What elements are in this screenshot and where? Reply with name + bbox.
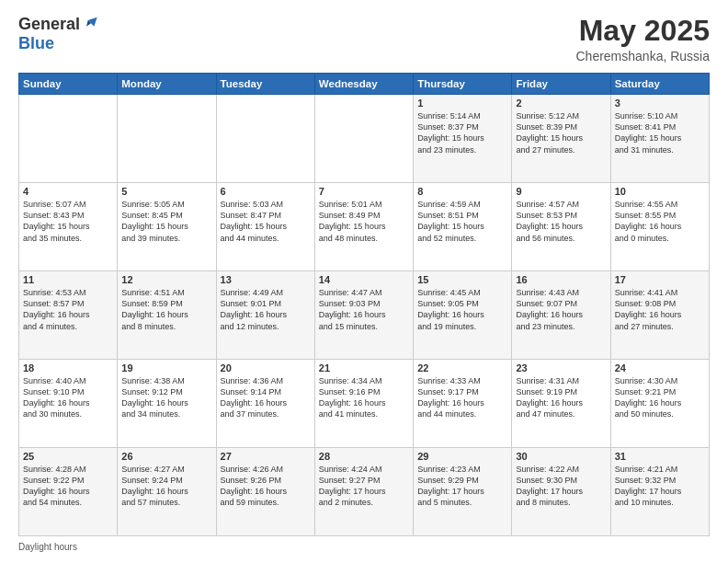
table-row: 25Sunrise: 4:28 AMSunset: 9:22 PMDayligh… (19, 448, 118, 536)
day-info: Sunrise: 4:23 AMSunset: 9:29 PMDaylight:… (417, 464, 507, 509)
day-number: 19 (121, 362, 211, 373)
day-number: 9 (516, 186, 606, 197)
day-info: Sunrise: 5:03 AMSunset: 8:47 PMDaylight:… (221, 199, 311, 244)
day-info: Sunrise: 5:14 AMSunset: 8:37 PMDaylight:… (417, 110, 507, 155)
day-info: Sunrise: 4:34 AMSunset: 9:16 PMDaylight:… (319, 375, 409, 420)
day-number: 24 (615, 362, 705, 373)
calendar-week-row: 18Sunrise: 4:40 AMSunset: 9:10 PMDayligh… (19, 360, 710, 448)
logo-general-text: General (18, 15, 80, 34)
month-year-title: May 2025 (575, 15, 710, 47)
table-row: 9Sunrise: 4:57 AMSunset: 8:53 PMDaylight… (512, 183, 610, 271)
day-info: Sunrise: 4:22 AMSunset: 9:30 PMDaylight:… (516, 464, 606, 509)
header: General Blue May 2025 Cheremshanka, Russ… (18, 15, 710, 63)
calendar-week-row: 4Sunrise: 5:07 AMSunset: 8:43 PMDaylight… (19, 183, 710, 271)
table-row: 31Sunrise: 4:21 AMSunset: 9:32 PMDayligh… (610, 448, 709, 536)
day-info: Sunrise: 4:40 AMSunset: 9:10 PMDaylight:… (23, 375, 113, 420)
day-info: Sunrise: 4:36 AMSunset: 9:14 PMDaylight:… (221, 375, 311, 420)
daylight-hours-label: Daylight hours (18, 542, 77, 552)
day-info: Sunrise: 4:57 AMSunset: 8:53 PMDaylight:… (516, 199, 606, 244)
day-info: Sunrise: 4:47 AMSunset: 9:03 PMDaylight:… (319, 287, 409, 332)
day-number: 25 (23, 451, 113, 462)
day-number: 13 (221, 274, 311, 285)
day-info: Sunrise: 4:30 AMSunset: 9:21 PMDaylight:… (615, 375, 705, 420)
day-number: 15 (417, 274, 507, 285)
day-number: 31 (615, 451, 705, 462)
table-row: 17Sunrise: 4:41 AMSunset: 9:08 PMDayligh… (610, 271, 709, 360)
col-sunday: Sunday (19, 74, 118, 95)
table-row: 27Sunrise: 4:26 AMSunset: 9:26 PMDayligh… (216, 448, 314, 536)
table-row: 14Sunrise: 4:47 AMSunset: 9:03 PMDayligh… (314, 271, 413, 360)
logo-bird-icon (82, 16, 100, 34)
table-row: 23Sunrise: 4:31 AMSunset: 9:19 PMDayligh… (512, 360, 610, 448)
day-number: 14 (319, 274, 409, 285)
logo: General Blue (18, 15, 100, 53)
day-info: Sunrise: 4:43 AMSunset: 9:07 PMDaylight:… (516, 287, 606, 332)
day-info: Sunrise: 4:21 AMSunset: 9:32 PMDaylight:… (615, 464, 705, 509)
location-text: Cheremshanka, Russia (575, 49, 710, 63)
logo-blue-text: Blue (18, 34, 54, 53)
calendar-week-row: 11Sunrise: 4:53 AMSunset: 8:57 PMDayligh… (19, 271, 710, 360)
page: General Blue May 2025 Cheremshanka, Russ… (0, 0, 728, 563)
day-info: Sunrise: 5:07 AMSunset: 8:43 PMDaylight:… (23, 199, 113, 244)
day-info: Sunrise: 4:24 AMSunset: 9:27 PMDaylight:… (319, 464, 409, 509)
table-row: 12Sunrise: 4:51 AMSunset: 8:59 PMDayligh… (118, 271, 216, 360)
day-number: 11 (23, 274, 113, 285)
table-row (19, 95, 118, 183)
col-saturday: Saturday (610, 74, 709, 95)
table-row: 18Sunrise: 4:40 AMSunset: 9:10 PMDayligh… (19, 360, 118, 448)
day-info: Sunrise: 5:01 AMSunset: 8:49 PMDaylight:… (319, 199, 409, 244)
day-number: 8 (417, 186, 507, 197)
table-row: 16Sunrise: 4:43 AMSunset: 9:07 PMDayligh… (512, 271, 610, 360)
day-info: Sunrise: 4:59 AMSunset: 8:51 PMDaylight:… (417, 199, 507, 244)
table-row: 21Sunrise: 4:34 AMSunset: 9:16 PMDayligh… (314, 360, 413, 448)
day-number: 27 (221, 451, 311, 462)
day-number: 23 (516, 362, 606, 373)
day-info: Sunrise: 4:28 AMSunset: 9:22 PMDaylight:… (23, 464, 113, 509)
day-info: Sunrise: 4:51 AMSunset: 8:59 PMDaylight:… (121, 287, 211, 332)
day-info: Sunrise: 4:55 AMSunset: 8:55 PMDaylight:… (615, 199, 705, 244)
footer: Daylight hours (18, 542, 710, 552)
day-info: Sunrise: 4:33 AMSunset: 9:17 PMDaylight:… (417, 375, 507, 420)
table-row: 24Sunrise: 4:30 AMSunset: 9:21 PMDayligh… (610, 360, 709, 448)
day-number: 5 (121, 186, 211, 197)
col-tuesday: Tuesday (216, 74, 314, 95)
col-thursday: Thursday (414, 74, 512, 95)
col-wednesday: Wednesday (314, 74, 413, 95)
table-row: 8Sunrise: 4:59 AMSunset: 8:51 PMDaylight… (414, 183, 512, 271)
table-row: 7Sunrise: 5:01 AMSunset: 8:49 PMDaylight… (314, 183, 413, 271)
table-row: 22Sunrise: 4:33 AMSunset: 9:17 PMDayligh… (414, 360, 512, 448)
day-info: Sunrise: 4:41 AMSunset: 9:08 PMDaylight:… (615, 287, 705, 332)
table-row: 28Sunrise: 4:24 AMSunset: 9:27 PMDayligh… (314, 448, 413, 536)
table-row: 10Sunrise: 4:55 AMSunset: 8:55 PMDayligh… (610, 183, 709, 271)
calendar-table: Sunday Monday Tuesday Wednesday Thursday… (18, 73, 710, 536)
table-row: 1Sunrise: 5:14 AMSunset: 8:37 PMDaylight… (414, 95, 512, 183)
day-number: 6 (221, 186, 311, 197)
day-number: 12 (121, 274, 211, 285)
day-info: Sunrise: 5:12 AMSunset: 8:39 PMDaylight:… (516, 110, 606, 155)
day-number: 16 (516, 274, 606, 285)
day-number: 21 (319, 362, 409, 373)
day-info: Sunrise: 5:05 AMSunset: 8:45 PMDaylight:… (121, 199, 211, 244)
table-row: 20Sunrise: 4:36 AMSunset: 9:14 PMDayligh… (216, 360, 314, 448)
table-row (314, 95, 413, 183)
table-row: 5Sunrise: 5:05 AMSunset: 8:45 PMDaylight… (118, 183, 216, 271)
day-number: 29 (417, 451, 507, 462)
table-row: 19Sunrise: 4:38 AMSunset: 9:12 PMDayligh… (118, 360, 216, 448)
day-number: 22 (417, 362, 507, 373)
table-row: 4Sunrise: 5:07 AMSunset: 8:43 PMDaylight… (19, 183, 118, 271)
day-number: 1 (417, 98, 507, 109)
day-number: 20 (221, 362, 311, 373)
day-info: Sunrise: 5:10 AMSunset: 8:41 PMDaylight:… (615, 110, 705, 155)
day-info: Sunrise: 4:49 AMSunset: 9:01 PMDaylight:… (221, 287, 311, 332)
day-number: 26 (121, 451, 211, 462)
col-friday: Friday (512, 74, 610, 95)
day-number: 2 (516, 98, 606, 109)
table-row: 6Sunrise: 5:03 AMSunset: 8:47 PMDaylight… (216, 183, 314, 271)
day-info: Sunrise: 4:27 AMSunset: 9:24 PMDaylight:… (121, 464, 211, 509)
day-number: 30 (516, 451, 606, 462)
day-number: 17 (615, 274, 705, 285)
day-info: Sunrise: 4:53 AMSunset: 8:57 PMDaylight:… (23, 287, 113, 332)
table-row: 15Sunrise: 4:45 AMSunset: 9:05 PMDayligh… (414, 271, 512, 360)
table-row: 13Sunrise: 4:49 AMSunset: 9:01 PMDayligh… (216, 271, 314, 360)
calendar-week-row: 25Sunrise: 4:28 AMSunset: 9:22 PMDayligh… (19, 448, 710, 536)
